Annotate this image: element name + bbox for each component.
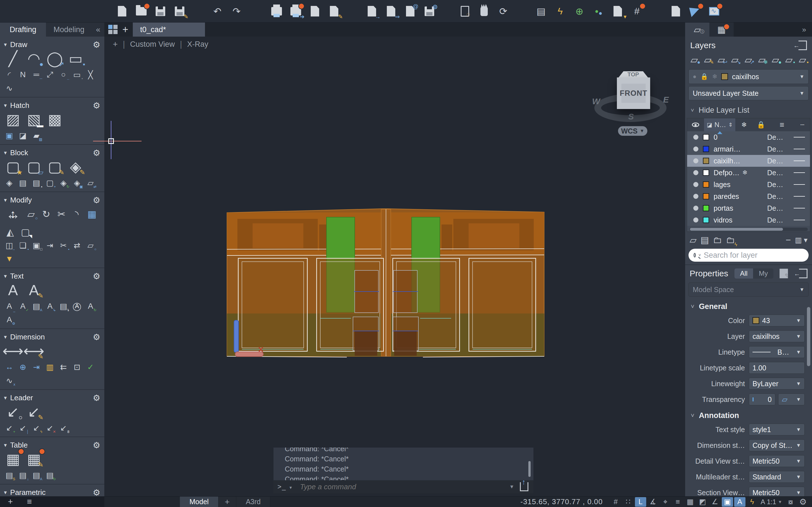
attribute-display-icon[interactable]: ▤ <box>17 177 28 188</box>
viewcube-top-face[interactable]: TOP <box>616 71 651 77</box>
edit-properties-icon[interactable] <box>779 269 788 278</box>
prop-control[interactable]: B…▼ <box>749 346 805 358</box>
save-file-button[interactable] <box>154 5 167 18</box>
toggle-transparency[interactable]: ▦ <box>684 497 696 507</box>
layer-row-portas[interactable]: portasDe… <box>687 202 810 214</box>
gear-icon[interactable]: ⚙ <box>93 332 100 342</box>
point-style-button[interactable]: ●● <box>592 5 605 18</box>
viewcube[interactable]: W S E TOP FRONT <box>592 61 671 131</box>
prop-control[interactable]: Metric50▼ <box>749 455 805 467</box>
transparency-input[interactable]: 0 <box>749 393 775 405</box>
wcs-menu[interactable]: WCS▼ <box>618 126 647 136</box>
polyline-icon[interactable]: N <box>17 69 28 80</box>
columns-button[interactable]: ▥ ▾ <box>795 236 808 244</box>
filter-my-button[interactable]: My <box>753 269 773 279</box>
save-web-button[interactable]: ◍ <box>423 5 436 18</box>
replace-icon[interactable]: ▱○ <box>85 240 96 251</box>
toggle-ortho[interactable]: L <box>635 497 646 507</box>
dim-baseline-icon[interactable]: ⇥ <box>31 362 42 372</box>
current-layer-selector[interactable]: ●🔒❄ caixilhos ▼ <box>689 69 809 84</box>
drawing-tab[interactable]: t0_cad* <box>133 22 205 37</box>
layer-color-swatch[interactable] <box>703 193 709 200</box>
command-input[interactable] <box>300 483 509 491</box>
find-text-icon[interactable]: ◯A <box>71 301 82 312</box>
array-icon[interactable]: ▦ <box>86 208 98 220</box>
layer-color-swatch[interactable] <box>703 158 709 164</box>
prop-control[interactable]: 1.00 <box>749 362 805 374</box>
toggle-grid[interactable]: # <box>610 497 621 507</box>
viewport-view-name[interactable]: Custom View <box>130 40 175 49</box>
remove-leader-icon[interactable]: ↙✕ <box>45 422 55 433</box>
layer-search-box[interactable]: ˅ <box>689 249 809 262</box>
break-icon[interactable]: ╳ <box>85 69 96 80</box>
sync-attributes-icon[interactable]: ◈↻ <box>58 177 69 188</box>
tab-modeling[interactable]: Modeling <box>46 22 92 37</box>
dim-continue-icon[interactable]: ⇇ <box>58 362 69 372</box>
tool-sets-button[interactable]: ▤ <box>535 5 548 18</box>
column-linetype[interactable]: ┄ <box>795 121 810 129</box>
gear-icon[interactable]: ⚙ <box>93 393 100 403</box>
layer-on-icon[interactable] <box>693 135 698 140</box>
stretch-icon[interactable]: ◫→ <box>4 240 15 251</box>
properties-scrollbar[interactable] <box>807 307 810 366</box>
geolocation-button[interactable]: ⊕ <box>573 5 586 18</box>
layer-color-swatch[interactable] <box>703 134 709 140</box>
layer-on-icon[interactable] <box>693 206 698 211</box>
prop-control[interactable]: 43▼ <box>749 315 805 327</box>
column-lineweight[interactable]: ≡ <box>769 120 795 129</box>
table-export-icon[interactable]: ▤↓ <box>17 470 28 481</box>
extend-icon[interactable]: ⇥ <box>45 240 55 251</box>
layer-color-swatch[interactable] <box>703 146 709 152</box>
arc-alt-icon[interactable]: ◜ <box>4 69 15 80</box>
print-button[interactable] <box>270 5 283 18</box>
tag-icon[interactable]: ◈ <box>4 177 15 188</box>
layer-row-lages[interactable]: lagesDe… <box>687 179 810 190</box>
layer-properties-button[interactable]: ▤ <box>701 235 709 245</box>
layer-on-icon[interactable] <box>693 217 698 223</box>
measure-icon[interactable]: ⤢ <box>45 69 55 80</box>
layer-state-selector[interactable]: Unsaved Layer State ▼ <box>689 86 809 100</box>
plot-style-edit-button[interactable]: ✎ <box>327 5 341 18</box>
column-name-sort[interactable]: ◪ N… ⇕ <box>704 118 735 131</box>
add-block-icon[interactable]: ▢+ <box>45 177 55 188</box>
save-block-icon[interactable]: ▤▪ <box>31 177 42 188</box>
layer-row-caixilh[interactable]: caixilh…De… <box>687 155 810 167</box>
zoom-window-button[interactable] <box>458 5 471 18</box>
boundary-icon[interactable]: ▣ <box>4 130 15 141</box>
collapse-triangle-icon[interactable]: ▾ <box>4 102 7 109</box>
new-group-button[interactable]: 🗀 <box>713 235 722 245</box>
tab-layers[interactable]: ▱ⓘ <box>685 22 709 37</box>
collect-leaders-icon[interactable]: ↙8 <box>58 422 69 433</box>
layer-on-icon[interactable] <box>693 158 698 163</box>
revision-cloud-icon[interactable]: ▭◦ <box>71 69 82 80</box>
compass-west[interactable]: W <box>592 97 600 106</box>
space-selector[interactable]: Model Space ▼ <box>689 283 809 297</box>
dim-tolerance-icon[interactable]: ⊡ <box>71 362 82 372</box>
layer-on-icon[interactable] <box>693 194 698 199</box>
annotation-scale-menu[interactable]: A1:1▼ <box>759 497 784 507</box>
move-icon[interactable]: ↔↕ <box>4 205 22 223</box>
rectangle-icon[interactable]: ▭▪ <box>66 50 85 68</box>
gradient-icon[interactable]: ▩ <box>46 110 64 128</box>
collapse-palette-button[interactable]: « <box>92 22 104 37</box>
leader-icon[interactable]: ↙○ <box>4 403 22 421</box>
orbit-button[interactable]: ⟳ <box>497 5 510 18</box>
new-file-button[interactable] <box>116 5 129 18</box>
collapse-triangle-icon[interactable]: ▾ <box>4 196 7 203</box>
select-icon[interactable]: ▢◥ <box>19 226 32 238</box>
viewport-visual-style[interactable]: X-Ray <box>187 40 208 49</box>
drawing-compare-button[interactable] <box>669 5 682 18</box>
column-lock[interactable]: 🔒 <box>753 121 769 129</box>
pdf-import-text-icon[interactable]: A↳ <box>45 301 55 312</box>
save-as-button[interactable]: ✎ <box>173 5 186 18</box>
prop-control[interactable]: style1▼ <box>749 424 805 436</box>
layout-tab-a3rd[interactable]: A3rd <box>236 497 271 507</box>
toggle-lineweight-display[interactable]: ≡ <box>672 497 683 507</box>
model-tab[interactable]: Model <box>180 497 218 507</box>
prop-control[interactable]: Standard▼ <box>749 471 805 483</box>
layer-off-icon[interactable]: ▱● <box>769 54 781 65</box>
section-annotation[interactable]: ˅Annotation <box>685 407 812 421</box>
layer-row-vidros[interactable]: vidrosDe… <box>687 214 810 226</box>
delete-layer-button[interactable]: − <box>785 235 791 245</box>
hatch-icon[interactable]: ▨ <box>4 110 22 128</box>
